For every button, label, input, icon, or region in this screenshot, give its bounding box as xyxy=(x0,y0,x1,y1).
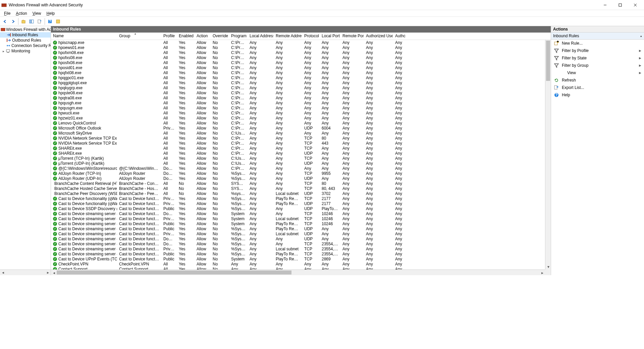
expand-icon[interactable]: ▸ xyxy=(1,49,5,53)
table-row[interactable]: Cast to Device streaming server (HTTP-St… xyxy=(51,216,551,221)
scrollbar-thumb[interactable] xyxy=(57,270,291,275)
action-export-list[interactable]: Export List... xyxy=(551,84,644,91)
up-button[interactable] xyxy=(20,18,27,25)
column-remote-address[interactable]: Remote Address xyxy=(274,33,302,40)
tree-outbound-rules[interactable]: Outbound Rules xyxy=(0,38,51,43)
action-new-rule[interactable]: ✦New Rule... xyxy=(551,40,644,47)
scroll-right-icon[interactable]: ▸ xyxy=(539,270,545,276)
table-row[interactable]: BranchCache Content Retrieval (HTTP-In)B… xyxy=(51,181,551,186)
forward-button[interactable] xyxy=(9,18,17,25)
column-profile[interactable]: Profile xyxy=(161,33,177,40)
column-local-address[interactable]: Local Address xyxy=(248,33,274,40)
menu-file[interactable]: File xyxy=(1,10,13,16)
action-filter-by-state[interactable]: Filter by State▶ xyxy=(551,54,644,62)
table-row[interactable]: hpqfxt08.exeAllYesAllowNoC:\Progr...AnyA… xyxy=(51,70,551,75)
column-name[interactable]: Name xyxy=(51,33,117,40)
close-button[interactable] xyxy=(628,0,643,10)
table-row[interactable]: hpqgpc01.exeAllYesAllowNoC:\Progr...AnyA… xyxy=(51,75,551,80)
action-filter-by-profile[interactable]: Filter by Profile▶ xyxy=(551,47,644,54)
table-row[interactable]: Cast to Device streaming server (HTTP-St… xyxy=(51,211,551,216)
table-row[interactable]: µTorrent (TCP-In) (Kartik)AllYesAllowNoC… xyxy=(51,156,551,161)
column-authorized-computers[interactable]: Authc xyxy=(393,33,407,40)
table-row[interactable]: SHAREit.exeAllYesAllowNoC:\Progr...AnyAn… xyxy=(51,146,551,151)
table-row[interactable]: BranchCache Peer Discovery (WSD-In)Branc… xyxy=(51,191,551,196)
scroll-down-icon[interactable]: ▾ xyxy=(545,264,551,269)
column-program[interactable]: Program xyxy=(229,33,248,40)
scrollbar-thumb[interactable] xyxy=(546,41,550,81)
table-row[interactable]: hpofxs08.exeAllYesAllowNoC:\Progr...AnyA… xyxy=(51,55,551,60)
table-row[interactable]: hpqste08.exeAllYesAllowNoC:\Progr...AnyA… xyxy=(51,90,551,95)
column-enabled[interactable]: Enabled xyxy=(177,33,195,40)
action-refresh[interactable]: Refresh xyxy=(551,77,644,84)
table-row[interactable]: NVIDIA Network Service TCP Exception (..… xyxy=(51,141,551,146)
table-row[interactable]: Cast to Device streaming server (RTSP-St… xyxy=(51,251,551,256)
table-row[interactable]: hposid01.exeAllYesAllowNoC:\Progr...AnyA… xyxy=(51,65,551,70)
table-row[interactable]: Cast to Device streaming server (RTSP-St… xyxy=(51,241,551,246)
table-row[interactable]: Cast to Device streaming server (RTCP-St… xyxy=(51,236,551,241)
column-group[interactable]: Group▴ xyxy=(117,33,161,40)
properties-button[interactable] xyxy=(54,18,62,25)
menu-action[interactable]: Action xyxy=(13,10,30,16)
minimize-button[interactable] xyxy=(597,0,612,10)
table-row[interactable]: NVIDIA Network Service TCP Exception (..… xyxy=(51,136,551,141)
table-row[interactable]: hpqkygrp.exeAllYesAllowNoC:\Progr...AnyA… xyxy=(51,85,551,90)
table-row[interactable]: hpqusgm.exeAllYesAllowNoC:\Progr...AnyAn… xyxy=(51,105,551,110)
table-row[interactable]: Cast to Device streaming server (RTCP-St… xyxy=(51,226,551,231)
tree-root[interactable]: Windows Firewall with Advance xyxy=(0,27,51,32)
table-row[interactable]: hpzwiz01.exeAllYesAllowNoC:\Progr...AnyA… xyxy=(51,115,551,120)
table-row[interactable]: Microsoft Office OutlookPrivateYesAllowN… xyxy=(51,126,551,131)
table-row[interactable]: Microsoft SkyDriveAllYesAllowNoC:\Users\… xyxy=(51,131,551,136)
table-row[interactable]: Cast to Device functionality (qWave-TCP.… xyxy=(51,196,551,201)
table-row[interactable]: Cast to Device streaming server (RTCP-St… xyxy=(51,231,551,236)
maximize-button[interactable] xyxy=(612,0,628,10)
table-row[interactable]: @{C:\Windows\WinStore\resources.pri?...@… xyxy=(51,166,551,171)
action-help[interactable]: ?Help xyxy=(551,91,644,99)
column-override[interactable]: Override xyxy=(211,33,229,40)
cell-remote-port: Any xyxy=(340,91,364,95)
action-filter-by-group[interactable]: Filter by Group▶ xyxy=(551,62,644,69)
help-button[interactable]: ? xyxy=(46,18,54,25)
tree-horizontal-scrollbar[interactable]: ◂ ▸ xyxy=(0,269,51,275)
menu-view[interactable]: View xyxy=(30,10,44,16)
menu-help[interactable]: Help xyxy=(44,10,58,16)
table-row[interactable]: Cast to Device UPnP Events (TCP-In)Cast … xyxy=(51,256,551,261)
table-row[interactable]: Lenovo QuickControlAllYesAllowNoC:\Progr… xyxy=(51,120,551,126)
column-local-port[interactable]: Local Port xyxy=(320,33,340,40)
table-row[interactable]: µTorrent (UDP-In) (Kartik)AllYesAllowNoC… xyxy=(51,161,551,166)
vertical-scrollbar[interactable]: ▴ ▾ xyxy=(545,40,551,269)
actions-section-header[interactable]: Inbound Rules ▴ xyxy=(551,33,644,40)
table-row[interactable]: hpqgplgtupl.exeAllYesAllowNoC:\Progr...A… xyxy=(51,80,551,85)
table-row[interactable]: SHAREit.exeAllYesAllowNoC:\Progr...AnyAn… xyxy=(51,151,551,156)
table-row[interactable]: Cast to Device SSDP Discovery (UDP-In)Ca… xyxy=(51,206,551,211)
table-row[interactable]: Cast to Device functionality (qWave-UDP.… xyxy=(51,201,551,206)
tree-inbound-rules[interactable]: Inbound Rules xyxy=(0,32,51,38)
table-row[interactable]: hpqusgh.exeAllYesAllowNoC:\Progr...AnyAn… xyxy=(51,100,551,105)
scroll-left-icon[interactable]: ◂ xyxy=(0,270,6,276)
back-button[interactable] xyxy=(1,18,9,25)
table-row[interactable]: hpoews01.exeAllYesAllowNoC:\Progr...AnyA… xyxy=(51,45,551,50)
tree-monitoring[interactable]: ▸ Monitoring xyxy=(0,48,51,54)
column-authorized-users[interactable]: Authorized Users xyxy=(364,33,393,40)
table-row[interactable]: Cast to Device streaming server (RTSP-St… xyxy=(51,246,551,251)
table-row[interactable]: hpwucli.exeAllYesAllowNoC:\Progr...AnyAn… xyxy=(51,110,551,115)
column-action[interactable]: Action xyxy=(195,33,211,40)
export-button[interactable] xyxy=(36,18,43,25)
tree-connection-security[interactable]: Connection Security Rules xyxy=(0,43,51,48)
table-row[interactable]: hpiscnapp.exeAllYesAllowNoC:\Progr...Any… xyxy=(51,40,551,45)
column-remote-port[interactable]: Remote Port xyxy=(340,33,364,40)
show-tree-button[interactable] xyxy=(28,18,35,25)
table-row[interactable]: hpqtra08.exeAllYesAllowNoC:\Progr...AnyA… xyxy=(51,95,551,100)
column-protocol[interactable]: Protocol xyxy=(302,33,320,40)
scroll-right-icon[interactable]: ▸ xyxy=(45,270,51,276)
table-row[interactable]: AllJoyn Router (TCP-In)AllJoyn RouterDom… xyxy=(51,171,551,176)
table-row[interactable]: Cast to Device streaming server (HTTP-St… xyxy=(51,221,551,226)
table-row[interactable]: CheckPoint.VPNCheckPoint.VPNAllYesAllowN… xyxy=(51,261,551,266)
collapse-icon[interactable]: ▴ xyxy=(640,34,642,38)
table-row[interactable]: hpofxm08.exeAllYesAllowNoC:\Progr...AnyA… xyxy=(51,50,551,55)
horizontal-scrollbar[interactable]: ◂ ▸ xyxy=(51,269,545,275)
scroll-left-icon[interactable]: ◂ xyxy=(51,270,57,276)
table-row[interactable]: AllJoyn Router (UDP-In)AllJoyn RouterDom… xyxy=(51,176,551,181)
table-row[interactable]: hposfx08.exeAllYesAllowNoC:\Progr...AnyA… xyxy=(51,60,551,65)
table-row[interactable]: BranchCache Hosted Cache Server (HTT...B… xyxy=(51,186,551,191)
action-view[interactable]: View▶ xyxy=(551,69,644,77)
